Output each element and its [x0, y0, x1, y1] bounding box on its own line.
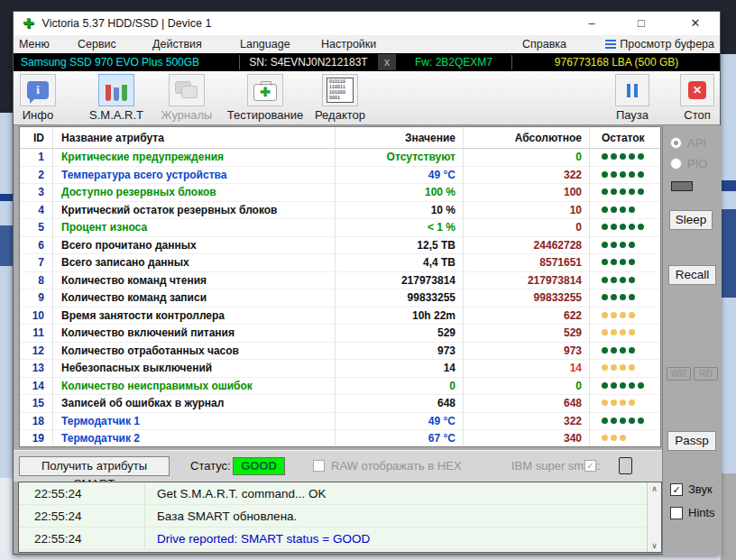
attr-absolute: 622 [464, 308, 590, 325]
title-bar: ✚ Victoria 5.37 HDD/SSD | Device 1 – □ ✕ [14, 12, 720, 35]
health-dot-icon [629, 188, 635, 195]
health-dot-icon [620, 435, 626, 441]
health-dot-icon [620, 171, 626, 178]
pause-icon [627, 84, 638, 97]
table-row[interactable]: 8Количество команд чтения217973814217973… [20, 272, 660, 290]
status-good-badge: GOOD [233, 457, 285, 475]
hints-checkbox-row[interactable]: Hints [670, 506, 715, 519]
attr-name: Критические предупреждения [53, 149, 336, 166]
log-time: 22:55:24 [19, 505, 145, 527]
table-row[interactable]: 10Время занятости контроллера10h 22m622 [20, 308, 660, 326]
health-dot-icon [620, 294, 626, 300]
passp-button[interactable]: Passp [667, 431, 716, 451]
attr-name: Процент износа [53, 219, 336, 236]
menu-item-4[interactable]: Language [240, 35, 290, 53]
health-dot-icon [602, 364, 608, 371]
table-row[interactable]: 14Количество неисправимых ошибок00 [20, 378, 660, 396]
table-row[interactable]: 1Критические предупрежденияОтсутствуют0 [20, 149, 660, 167]
radio-api: API [670, 136, 706, 150]
table-row[interactable]: 11Количество включений питания529529 [20, 325, 660, 343]
buffer-view-button[interactable]: Просмотр буфера [605, 35, 714, 53]
maximize-button[interactable]: □ [626, 12, 657, 35]
header-name[interactable]: Название атрибута [53, 127, 336, 148]
attr-absolute: 340 [464, 430, 590, 447]
header-absolute[interactable]: Абсолютное [464, 127, 590, 148]
scroll-down-icon[interactable]: ∨ [648, 541, 661, 550]
health-dot-icon [620, 399, 626, 406]
attr-health-dots [590, 167, 660, 184]
testing-label: Тестирование [225, 108, 306, 122]
sound-checkbox-row[interactable]: ✓ Звук [670, 482, 713, 496]
log-scrollbar[interactable]: ∧ ∨ [647, 482, 661, 552]
attr-absolute: 24462728 [464, 237, 590, 254]
sound-label: Звук [688, 482, 713, 496]
menu-item-3[interactable]: Действия [152, 35, 202, 53]
attr-absolute: 322 [464, 413, 590, 430]
journals-icon [175, 81, 198, 99]
menu-item-5[interactable]: Настройки [321, 35, 376, 53]
menu-item-6[interactable]: Справка [522, 35, 566, 53]
table-row[interactable]: 4Критический остаток резервных блоков10 … [20, 202, 660, 220]
recall-button[interactable]: Recall [668, 265, 716, 285]
health-dot-icon [611, 312, 617, 318]
table-row[interactable]: 2Температура всего устройства49 °C322 [20, 167, 660, 185]
table-row[interactable]: 9Количество команд записи998332559983325… [20, 289, 660, 308]
attr-health-dots [590, 430, 660, 447]
attr-health-dots [590, 184, 660, 201]
table-row[interactable]: 3Доступно резервных блоков100 %100 [20, 184, 660, 202]
attr-id: 1 [20, 149, 53, 166]
menu-item-1[interactable]: Меню [19, 35, 50, 53]
log-time: 22:55:24 [19, 528, 145, 549]
table-row[interactable]: 13Небезопасных выключений1414 [20, 360, 660, 378]
header-value[interactable]: Значение [336, 127, 464, 148]
editor-button[interactable]: 0101101100111010000001 Редактор [299, 74, 381, 122]
scroll-up-icon[interactable]: ∧ [648, 484, 661, 493]
hints-checkbox[interactable] [670, 507, 683, 519]
table-row[interactable]: 18Термодатчик 149 °C322 [20, 413, 660, 431]
journals-button: Журналы [146, 74, 227, 122]
pio-label: PIO [687, 157, 707, 170]
health-dot-icon [611, 259, 617, 265]
health-dot-icon [629, 312, 635, 318]
attr-absolute: 8571651 [464, 254, 590, 271]
table-row[interactable]: 6Всего прочитано данных12,5 TB24462728 [20, 237, 660, 255]
ibm-smart-checkbox: ✓ [584, 460, 596, 472]
table-row[interactable]: 19Термодатчик 267 °C340 [20, 430, 660, 447]
wr-button: WR [667, 367, 691, 381]
stop-button[interactable]: ✕ Стоп [657, 74, 736, 122]
header-health[interactable]: Остаток [590, 127, 660, 148]
health-dot-icon [620, 364, 626, 371]
attr-health-dots [590, 343, 660, 360]
close-button[interactable]: ✕ [680, 12, 711, 35]
smart-button[interactable]: S.M.A.R.T [76, 74, 157, 122]
attr-value: 0 [336, 378, 464, 395]
info-button[interactable]: i Инфо [0, 74, 78, 122]
get-smart-button[interactable]: Получить атрибуты SMART [19, 456, 170, 476]
health-dot-icon [602, 207, 608, 213]
health-dot-icon [611, 364, 617, 371]
table-row[interactable]: 15Записей об ошибках в журнал648648 [20, 395, 660, 413]
status-bar: Получить атрибуты SMART Статус: GOOD RAW… [14, 450, 662, 482]
health-dot-icon [638, 153, 644, 160]
test-tubes-icon [106, 79, 127, 101]
health-dot-icon [620, 188, 626, 195]
app-window: ✚ Victoria 5.37 HDD/SSD | Device 1 – □ ✕… [13, 11, 721, 555]
attr-name: Термодатчик 2 [53, 430, 336, 447]
health-dot-icon [629, 399, 635, 406]
sound-checkbox[interactable]: ✓ [670, 483, 683, 496]
attr-name: Критический остаток резервных блоков [53, 202, 336, 219]
health-dot-icon [629, 347, 635, 353]
attr-health-dots [590, 413, 660, 430]
health-dot-icon [638, 382, 644, 389]
testing-button[interactable]: ✚ Тестирование [225, 74, 306, 122]
minimize-button[interactable]: – [576, 12, 607, 35]
health-dot-icon [638, 188, 644, 195]
menu-item-2[interactable]: Сервис [78, 35, 116, 53]
table-row[interactable]: 5Процент износа< 1 %0 [20, 219, 660, 237]
right-panel: API PIO Sleep Recall WR RD Passp ✓ Звук … [662, 125, 722, 555]
attr-health-dots [590, 254, 660, 271]
sleep-button[interactable]: Sleep [669, 210, 713, 230]
table-row[interactable]: 7Всего записано данных4,4 TB8571651 [20, 254, 660, 272]
table-row[interactable]: 12Количество отработанных часов973973 [20, 343, 660, 361]
header-id[interactable]: ID [20, 127, 53, 148]
